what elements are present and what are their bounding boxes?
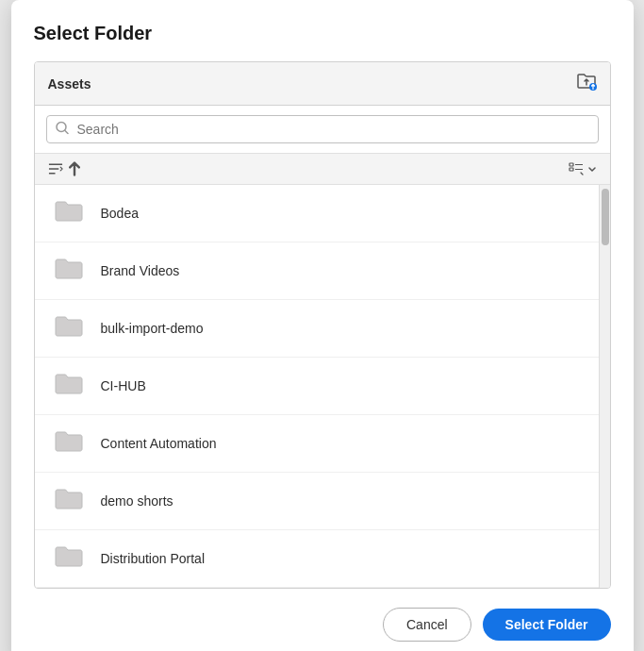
folder-icon [54, 371, 84, 401]
list-item[interactable]: demo shorts [35, 473, 599, 530]
folder-icon [54, 428, 84, 459]
folder-icon [54, 198, 84, 228]
folder-list-container: Bodea Brand Videos bulk-import-demo CI-H… [35, 185, 599, 588]
search-icon [56, 122, 69, 138]
folder-upload-icon[interactable] [576, 72, 597, 95]
panel-header: Assets [35, 62, 610, 106]
folder-icon [54, 313, 84, 343]
select-folder-dialog: Select Folder Assets [11, 0, 634, 651]
search-bar [35, 106, 610, 154]
svg-rect-7 [570, 168, 573, 171]
list-item[interactable]: Distribution Portal [35, 530, 599, 588]
scrollbar[interactable] [599, 185, 610, 588]
list-item[interactable]: Brand Videos [35, 242, 599, 300]
folder-panel: Assets [34, 61, 611, 589]
folder-list-outer: Bodea Brand Videos bulk-import-demo CI-H… [35, 185, 610, 588]
cancel-button[interactable]: Cancel [383, 608, 471, 642]
list-item[interactable]: Content Automation [35, 415, 599, 473]
folder-name: bulk-import-demo [101, 321, 204, 336]
svg-rect-6 [570, 163, 573, 166]
folder-name: Bodea [101, 206, 139, 221]
folder-icon [54, 543, 84, 574]
scrollbar-thumb[interactable] [602, 189, 609, 245]
panel-header-title: Assets [48, 76, 91, 92]
list-item[interactable]: bulk-import-demo [35, 300, 599, 358]
search-input[interactable] [46, 115, 599, 143]
svg-line-2 [65, 131, 68, 134]
panel-content: Bodea Brand Videos bulk-import-demo CI-H… [35, 106, 610, 588]
dialog-title: Select Folder [34, 23, 611, 44]
list-item[interactable]: CI-HUB [35, 358, 599, 415]
sort-button[interactable] [48, 161, 82, 176]
select-folder-button[interactable]: Select Folder [483, 609, 611, 641]
folder-list: Bodea Brand Videos bulk-import-demo CI-H… [35, 185, 599, 588]
dialog-footer: Cancel Select Folder [34, 608, 611, 642]
view-options-button[interactable] [569, 162, 597, 175]
folder-name: CI-HUB [101, 378, 146, 393]
list-item[interactable]: Bodea [35, 185, 599, 242]
folder-name: Content Automation [101, 436, 217, 451]
toolbar [35, 154, 610, 185]
folder-icon [54, 256, 84, 286]
folder-name: demo shorts [101, 493, 173, 509]
search-wrapper [46, 115, 599, 143]
folder-name: Distribution Portal [101, 551, 206, 566]
folder-name: Brand Videos [101, 263, 180, 278]
folder-icon [54, 486, 84, 516]
